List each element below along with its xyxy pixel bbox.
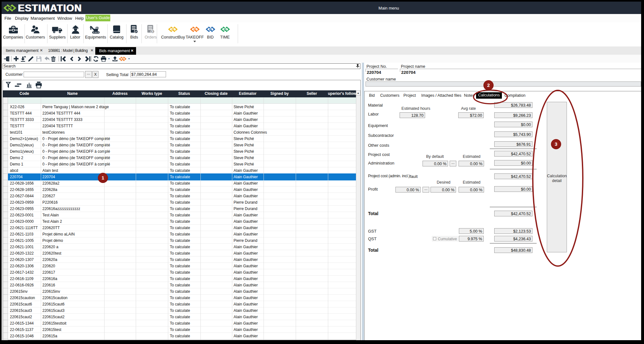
svg-text:$: $ xyxy=(152,30,153,33)
